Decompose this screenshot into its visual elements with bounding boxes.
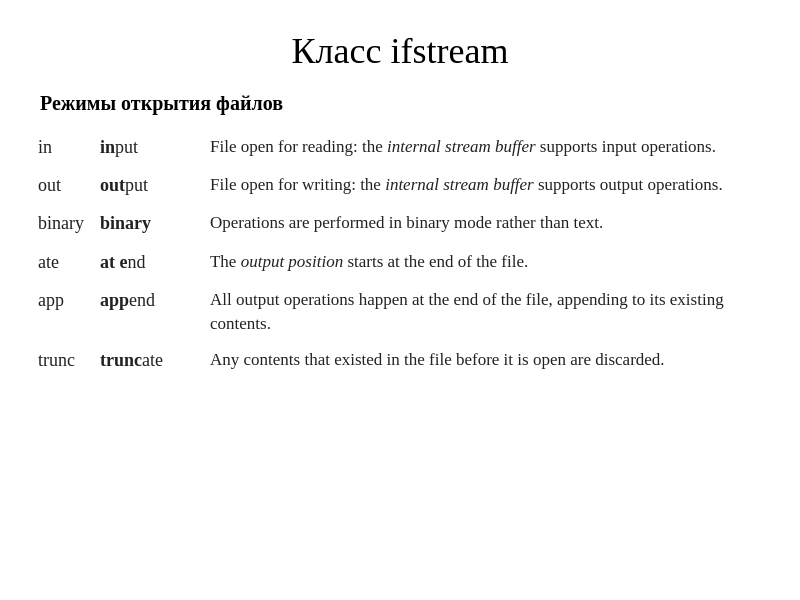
mode-short-4: app [30,281,92,342]
table-container: ininputFile open for reading: the intern… [30,129,770,580]
table-row: outoutputFile open for writing: the inte… [30,167,770,205]
mode-long-3: at end [92,243,202,281]
mode-short-5: trunc [30,342,92,380]
mode-desc-4: All output operations happen at the end … [202,281,770,342]
mode-long-2: binary [92,205,202,243]
mode-desc-2: Operations are performed in binary mode … [202,205,770,243]
mode-short-2: binary [30,205,92,243]
mode-desc-1: File open for writing: the internal stre… [202,167,770,205]
table-row: trunctruncateAny contents that existed i… [30,342,770,380]
mode-desc-5: Any contents that existed in the file be… [202,342,770,380]
mode-long-0: input [92,129,202,167]
page-title: Класс ifstream [30,30,770,72]
table-row: ininputFile open for reading: the intern… [30,129,770,167]
mode-short-3: ate [30,243,92,281]
table-row: binarybinaryOperations are performed in … [30,205,770,243]
mode-long-5: truncate [92,342,202,380]
modes-table: ininputFile open for reading: the intern… [30,129,770,381]
table-row: ateat endThe output position starts at t… [30,243,770,281]
page: Класс ifstream Режимы открытия файлов in… [0,0,800,600]
mode-short-1: out [30,167,92,205]
mode-long-4: append [92,281,202,342]
section-header: Режимы открытия файлов [30,92,770,115]
mode-desc-0: File open for reading: the internal stre… [202,129,770,167]
mode-desc-3: The output position starts at the end of… [202,243,770,281]
table-row: appappendAll output operations happen at… [30,281,770,342]
mode-short-0: in [30,129,92,167]
mode-long-1: output [92,167,202,205]
